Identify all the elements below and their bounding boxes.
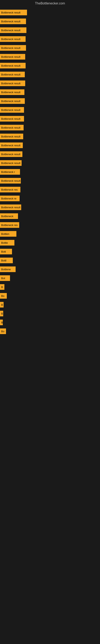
bar-label-18: Bottleneck r (1, 170, 15, 174)
bar-chart: Bottleneck resultBottleneck resultBottle… (0, 7, 100, 334)
bar-gap-3 (0, 34, 100, 36)
bar-item-9: Bottleneck result (0, 89, 100, 95)
bar-label-4: Bottleneck result (1, 46, 20, 50)
bar-gap-8 (0, 78, 100, 80)
bar-24: Bottleneck res (0, 222, 19, 228)
bar-23: Bottleneck (0, 213, 18, 219)
bar-label-29: Bottlene (1, 268, 11, 271)
bar-30: Bot (0, 275, 10, 281)
site-title: TheBottlenecker.com (0, 0, 100, 7)
bar-label-21: Bottleneck re (1, 197, 16, 200)
bar-item-7: Bottleneck result (0, 72, 100, 77)
bar-item-26: Bottle (0, 240, 100, 246)
bar-gap-34 (0, 308, 100, 311)
bar-label-10: Bottleneck result (1, 100, 20, 103)
bar-gap-9 (0, 86, 100, 89)
bar-item-35: B (0, 320, 100, 325)
bar-gap-33 (0, 299, 100, 302)
bar-gap-6 (0, 60, 100, 63)
bar-28: Bottl (0, 258, 13, 263)
bar-gap-22 (0, 202, 100, 204)
bar-item-23: Bottleneck (0, 213, 100, 219)
bar-16: Bottleneck result (0, 151, 22, 157)
bar-label-32: Bo (1, 294, 4, 298)
bar-36: Bo (0, 328, 6, 334)
bar-label-27: Bott (1, 250, 6, 253)
bar-label-33: B (1, 303, 3, 306)
bar-29: Bottlene (0, 266, 16, 272)
bar-17: Bottleneck result (0, 160, 22, 166)
bar-label-22: Bottleneck result (1, 206, 20, 209)
bar-gap-12 (0, 113, 100, 116)
bar-gap-32 (0, 290, 100, 293)
bar-item-11: Bottleneck result (0, 107, 100, 113)
bar-label-23: Bottleneck (1, 215, 13, 218)
bar-item-29: Bottlene (0, 266, 100, 272)
bar-26: Bottle (0, 240, 14, 246)
bar-7: Bottleneck result (0, 72, 25, 77)
bar-label-0: Bottleneck result (1, 11, 20, 14)
bar-gap-4 (0, 42, 100, 45)
bar-4: Bottleneck result (0, 45, 26, 51)
bar-item-30: Bot (0, 275, 100, 281)
bar-gap-19 (0, 175, 100, 178)
bar-gap-14 (0, 131, 100, 134)
bar-item-4: Bottleneck result (0, 45, 100, 51)
bar-label-25: Bottlen (1, 232, 9, 236)
site-title-text: TheBottlenecker.com (35, 2, 65, 5)
bar-item-31: B (0, 284, 100, 290)
bar-gap-28 (0, 255, 100, 258)
bar-gap-11 (0, 104, 100, 107)
bar-item-18: Bottleneck r (0, 169, 100, 175)
bar-gap-7 (0, 69, 100, 72)
bar-item-5: Bottleneck result (0, 54, 100, 60)
bar-label-31: B (1, 286, 3, 288)
bar-34: B (0, 311, 3, 316)
bar-item-13: Bottleneck result (0, 125, 100, 130)
bar-gap-16 (0, 148, 100, 151)
bar-label-28: Bottl (1, 259, 6, 262)
bar-gap-10 (0, 96, 100, 98)
bar-item-19: Bottleneck result (0, 178, 100, 184)
bar-gap-17 (0, 158, 100, 160)
bar-gap-36 (0, 326, 100, 328)
bar-gap-0 (0, 7, 100, 10)
bar-5: Bottleneck result (0, 54, 25, 60)
bar-gap-25 (0, 228, 100, 231)
bar-21: Bottleneck re (0, 196, 20, 201)
bar-35: B (0, 320, 3, 325)
bar-label-19: Bottleneck result (1, 179, 20, 182)
bar-label-30: Bot (1, 277, 5, 280)
bar-11: Bottleneck result (0, 107, 24, 113)
bar-item-25: Bottlen (0, 231, 100, 237)
bar-label-13: Bottleneck result (1, 126, 20, 129)
bar-13: Bottleneck result (0, 125, 24, 130)
bar-gap-18 (0, 166, 100, 169)
bar-label-26: Bottle (1, 241, 8, 244)
bar-22: Bottleneck result (0, 204, 21, 210)
bar-item-10: Bottleneck result (0, 98, 100, 104)
bar-gap-24 (0, 219, 100, 222)
bar-gap-15 (0, 140, 100, 142)
bar-8: Bottleneck result (0, 80, 25, 86)
bar-10: Bottleneck result (0, 98, 25, 104)
bar-33: B (0, 302, 3, 308)
bar-1: Bottleneck result (0, 18, 26, 24)
bar-item-16: Bottleneck result (0, 151, 100, 157)
bar-label-2: Bottleneck result (1, 29, 20, 32)
bar-3: Bottleneck result (0, 36, 26, 42)
bar-item-12: Bottleneck result (0, 116, 100, 122)
bar-label-1: Bottleneck result (1, 20, 20, 23)
bar-gap-5 (0, 51, 100, 54)
bar-label-34: B (1, 312, 3, 315)
bar-gap-29 (0, 264, 100, 266)
bar-gap-27 (0, 246, 100, 249)
bar-15: Bottleneck result (0, 142, 23, 148)
bar-label-6: Bottleneck result (1, 64, 20, 67)
bar-12: Bottleneck result (0, 116, 24, 122)
bar-20: Bottleneck res (0, 187, 20, 192)
bar-item-3: Bottleneck result (0, 36, 100, 42)
bar-label-16: Bottleneck result (1, 153, 20, 156)
bar-item-24: Bottleneck res (0, 222, 100, 228)
bar-gap-23 (0, 210, 100, 213)
